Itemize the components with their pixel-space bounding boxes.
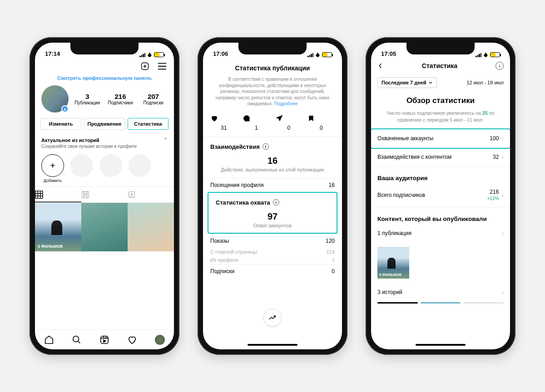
stat-following[interactable]: 207 Подписки	[139, 93, 168, 105]
chevron-right-icon: ›	[501, 135, 504, 142]
profile-avatar[interactable]: +	[41, 85, 69, 113]
post-thumbnail[interactable]	[81, 203, 128, 251]
nav-home-icon[interactable]	[44, 335, 54, 345]
interactions-title: Взаимодействия	[210, 143, 260, 150]
highlight-placeholder	[129, 154, 151, 177]
back-button[interactable]	[377, 63, 384, 69]
bookmark-icon	[307, 114, 315, 122]
learn-more-link[interactable]: Подробнее	[274, 101, 298, 106]
row-stories-count[interactable]: 3 историй ›	[371, 283, 510, 301]
stories-bars	[371, 301, 510, 308]
page-title: Статистика публикации	[203, 58, 342, 76]
info-icon[interactable]: i	[263, 143, 269, 150]
content-title: Контент, который вы опубликовали	[371, 207, 510, 224]
info-icon[interactable]: i	[273, 199, 279, 206]
highlight-placeholder	[99, 154, 122, 177]
info-icon[interactable]: i	[495, 62, 504, 70]
highlight-placeholder	[70, 154, 93, 177]
home-indicator	[416, 344, 466, 346]
phone-profile: 17:14 Смотреть профессиональную панель +	[30, 37, 179, 355]
period-dropdown[interactable]: Последние 7 дней	[377, 77, 437, 88]
signal-icon	[307, 53, 313, 57]
row-reached-accounts[interactable]: Охваченные аккаунты 100›	[371, 129, 510, 148]
interactions-sub: Действия, выполненные из этой публикации	[203, 167, 342, 172]
status-time: 17:05	[381, 50, 396, 57]
row-content-interactions[interactable]: Взаимодействия с контентом 32›	[371, 148, 510, 167]
metric-likes: 31	[210, 114, 238, 131]
phone-stats-overview: 17:05 Статистика i Последние 7 дней	[366, 37, 515, 355]
chevron-up-icon[interactable]: ⌃	[164, 137, 168, 143]
tab-stats[interactable]: Статистика	[128, 118, 168, 130]
heart-icon	[210, 114, 218, 122]
battery-icon	[490, 52, 500, 57]
share-icon	[275, 114, 283, 122]
row-imp-profile: Из профиля 1	[203, 256, 342, 264]
nav-reels-icon[interactable]	[99, 335, 109, 345]
highlights-subtitle: Сохраняйте свои лучшие истории в профиле	[35, 144, 174, 152]
nav-search-icon[interactable]	[72, 335, 82, 345]
add-story-badge[interactable]: +	[61, 105, 69, 113]
trend-icon	[268, 314, 277, 322]
tab-edit[interactable]: Изменить	[40, 118, 81, 130]
reach-sub: Охват аккаунтов	[208, 223, 337, 228]
home-indicator	[248, 344, 297, 346]
comment-icon	[243, 114, 251, 122]
nav-profile-icon[interactable]	[155, 335, 165, 345]
row-impressions: Показы 120	[203, 234, 342, 248]
post-thumbnail[interactable]: 5 ФИЛЬМОВ	[35, 203, 81, 251]
chevron-down-icon	[428, 80, 433, 85]
wifi-icon	[147, 53, 153, 57]
page-title: Статистика	[422, 62, 457, 69]
view-tab-guides[interactable]	[81, 187, 128, 202]
svg-rect-6	[101, 336, 109, 343]
row-follows: Подписки 0	[203, 264, 342, 278]
battery-icon	[154, 52, 164, 57]
signal-icon	[139, 53, 145, 57]
battery-icon	[322, 52, 332, 57]
view-tab-grid[interactable]	[35, 187, 81, 202]
chevron-right-icon: ›	[501, 289, 504, 296]
content-thumbnail[interactable]: 5 ФИЛЬМОВ	[377, 247, 409, 279]
post-thumbnail[interactable]	[128, 203, 174, 251]
row-total-followers[interactable]: Всего подписчиков 216 +13% ›	[371, 183, 510, 207]
svg-point-4	[131, 193, 133, 195]
signal-icon	[476, 53, 481, 57]
phone-notch	[238, 43, 307, 54]
row-posts-count[interactable]: 1 публикация ›	[371, 224, 510, 242]
view-tab-tagged[interactable]	[128, 187, 174, 202]
reach-highlight-box: Статистика охвата i 97 Охват аккаунтов	[208, 192, 337, 234]
audience-title: Ваша аудитория	[371, 167, 510, 183]
overview-heading: Обзор статистики	[371, 93, 510, 110]
tab-promo[interactable]: Продвижение	[84, 118, 125, 130]
wifi-icon	[315, 53, 321, 57]
chevron-left-icon	[377, 63, 384, 69]
create-post-icon[interactable]	[139, 61, 150, 72]
metric-saves: 0	[307, 114, 335, 131]
date-range: 12 июл - 18 июл	[466, 80, 504, 85]
highlight-add[interactable]: + Добавить	[41, 154, 64, 183]
overview-subtitle: Число новых подписчиков увеличилось на 2…	[371, 110, 510, 129]
nav-activity-icon[interactable]	[127, 335, 137, 345]
chevron-right-icon: ›	[501, 153, 504, 161]
trend-fab[interactable]	[263, 309, 282, 327]
svg-point-5	[73, 336, 79, 342]
highlights-title: Актуальное из историй	[41, 137, 99, 143]
status-time: 17:14	[45, 50, 60, 57]
interactions-value: 16	[203, 156, 342, 166]
phone-notch	[70, 43, 139, 54]
svg-rect-1	[35, 191, 43, 198]
chevron-right-icon: ›	[501, 230, 504, 237]
privacy-notice: В соответствии с правилами в отношении к…	[203, 76, 342, 113]
svg-rect-2	[82, 191, 89, 198]
status-time: 17:06	[213, 50, 228, 57]
chevron-right-icon: ›	[501, 191, 504, 199]
stat-posts[interactable]: 3 Публикации	[73, 93, 102, 105]
pro-dashboard-link[interactable]: Смотреть профессиональную панель	[35, 74, 174, 85]
metric-comments: 1	[243, 114, 270, 131]
reach-title: Статистика охвата	[216, 199, 270, 206]
metric-shares: 0	[275, 114, 302, 131]
phone-post-stats: 17:06 Статистика публикации В соответств…	[198, 37, 347, 355]
hamburger-menu-icon[interactable]	[157, 61, 168, 72]
phone-notch	[406, 43, 475, 54]
stat-followers[interactable]: 216 Подписчики	[106, 93, 135, 105]
